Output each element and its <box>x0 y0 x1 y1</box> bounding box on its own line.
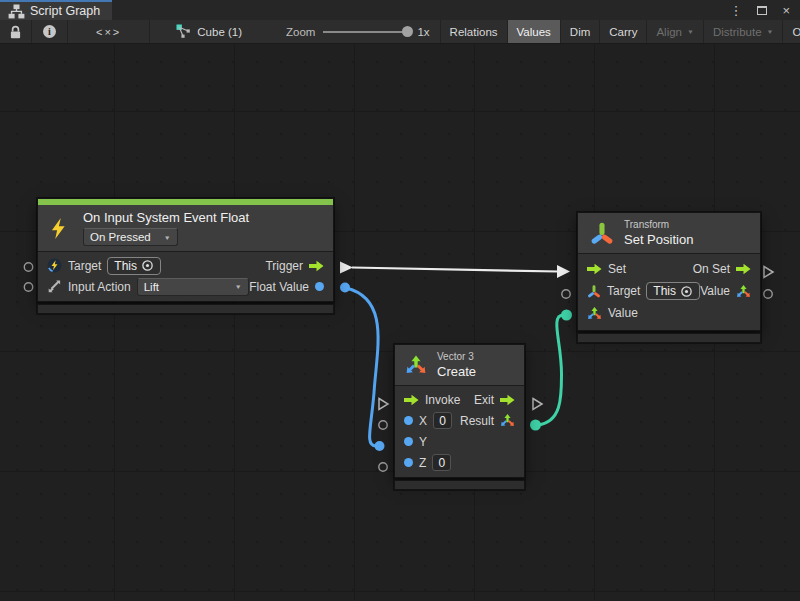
vector3-icon <box>736 284 751 299</box>
zoom-slider[interactable] <box>323 31 409 33</box>
input-action-icon <box>47 279 62 294</box>
x-port-dot[interactable] <box>404 416 413 425</box>
object-picker-icon <box>680 285 693 298</box>
setposition-row-target: Target This Value <box>578 280 760 302</box>
graph-canvas[interactable]: On Input System Event Float On Pressed ▼ <box>0 44 800 601</box>
wire-floatvalue-to-y[interactable] <box>346 288 378 446</box>
node-title: Create <box>437 364 476 379</box>
node-transform-set-position[interactable]: Transform Set Position Set On Set <box>577 212 761 343</box>
zoom-control: Zoom 1x <box>276 20 440 43</box>
maximize-icon[interactable] <box>757 6 767 15</box>
flow-arrow-icon <box>404 394 419 406</box>
distribute-dropdown[interactable]: Distribute▼ <box>704 20 784 43</box>
info-icon: i <box>43 25 56 38</box>
event-mode-dropdown[interactable]: On Pressed ▼ <box>83 228 178 246</box>
value-output-port[interactable] <box>764 290 772 298</box>
wire-arrowhead <box>557 265 570 278</box>
node-vector3-create[interactable]: Vector 3 Create Invoke Exit <box>394 344 525 490</box>
node-footer <box>577 333 761 343</box>
result-output-port[interactable] <box>530 420 541 431</box>
chevron-down-icon: ▼ <box>164 234 171 240</box>
carry-button[interactable]: Carry <box>600 20 647 43</box>
vector3-icon <box>500 413 515 428</box>
transform-icon <box>590 222 614 245</box>
close-icon[interactable]: × <box>782 4 790 17</box>
graph-target-breadcrumb[interactable]: Cube (1) <box>168 20 250 43</box>
info-button[interactable]: i <box>32 20 68 43</box>
event-row-input-action: Input Action Lift ▼ Float Value <box>38 276 333 297</box>
flow-arrow-icon <box>736 263 751 275</box>
setposition-row-set: Set On Set <box>578 258 760 280</box>
event-row-target: Target This Trigger <box>38 255 333 276</box>
tab-bar: Script Graph ⋮ × <box>0 0 800 20</box>
window-controls: ⋮ × <box>729 0 800 20</box>
event-target-port[interactable] <box>24 263 32 271</box>
lock-icon <box>8 25 23 39</box>
flow-arrow-icon <box>587 263 602 275</box>
target-this-chip[interactable]: This <box>107 257 161 275</box>
script-graph-icon <box>8 4 25 19</box>
z-input-port[interactable] <box>379 463 387 471</box>
x-input-port[interactable] <box>379 421 387 429</box>
chevron-down-icon: ▼ <box>687 29 694 35</box>
lock-button[interactable] <box>0 20 32 43</box>
angle-x-icon: <×> <box>96 26 121 38</box>
menu-icon[interactable]: ⋮ <box>729 4 742 17</box>
setposition-value-input-port[interactable] <box>561 310 572 321</box>
object-picker-icon <box>141 259 154 272</box>
z-value-field[interactable]: 0 <box>432 454 451 471</box>
setposition-target-port[interactable] <box>562 290 570 298</box>
vector3-row-invoke: Invoke Exit <box>395 389 524 410</box>
chevron-down-icon: ▼ <box>235 284 242 290</box>
tab-title: Script Graph <box>30 4 100 18</box>
y-input-port[interactable] <box>375 441 385 451</box>
exit-output-port[interactable] <box>533 399 542 410</box>
flow-arrow-icon <box>309 260 324 272</box>
wire-trigger-to-set[interactable] <box>352 268 558 272</box>
vector3-icon <box>587 306 602 321</box>
dim-button[interactable]: Dim <box>561 20 600 43</box>
setposition-row-value: Value <box>578 302 760 324</box>
zoom-to-fit-button[interactable]: <×> <box>68 20 150 43</box>
trigger-output-port[interactable] <box>340 262 353 274</box>
lightning-bolt-icon <box>49 218 67 239</box>
tab-script-graph[interactable]: Script Graph <box>0 0 112 20</box>
script-graph-window: Script Graph ⋮ × i <×> Cube (1) Zoom 1x … <box>0 0 800 601</box>
graph-toolbar: i <×> Cube (1) Zoom 1x Relations Values … <box>0 20 800 44</box>
node-title: Set Position <box>624 232 693 247</box>
zoom-slider-handle[interactable] <box>402 26 413 37</box>
graph-target-label: Cube (1) <box>197 26 242 38</box>
align-dropdown[interactable]: Align▼ <box>647 20 704 43</box>
zoom-value: 1x <box>417 26 429 38</box>
input-action-dropdown[interactable]: Lift ▼ <box>137 278 249 296</box>
target-this-chip[interactable]: This <box>646 282 700 300</box>
zoom-label: Zoom <box>286 26 315 38</box>
overview-button[interactable]: Overview <box>783 20 800 43</box>
wire-result-to-value[interactable] <box>537 315 563 425</box>
node-title: On Input System Event Float <box>83 210 249 225</box>
vector3-row-y: Y <box>395 431 524 452</box>
vector3-row-z: Z 0 <box>395 452 524 473</box>
y-port-dot[interactable] <box>404 437 413 446</box>
invoke-input-port[interactable] <box>379 399 388 410</box>
vector3-icon <box>405 354 427 376</box>
flow-arrow-icon <box>500 394 515 406</box>
z-port-dot[interactable] <box>404 458 413 467</box>
transform-icon <box>587 285 601 298</box>
chevron-down-icon: ▼ <box>767 29 774 35</box>
x-value-field[interactable]: 0 <box>433 412 452 429</box>
onset-output-port[interactable] <box>764 267 773 278</box>
graph-reference-icon <box>176 24 191 39</box>
node-footer <box>37 304 334 314</box>
node-footer <box>394 480 525 490</box>
relations-button[interactable]: Relations <box>440 20 508 43</box>
values-button[interactable]: Values <box>508 20 561 43</box>
float-port-dot[interactable] <box>315 282 324 291</box>
node-on-input-system-event-float[interactable]: On Input System Event Float On Pressed ▼ <box>37 198 334 314</box>
float-value-output-port[interactable] <box>340 283 350 293</box>
event-inputaction-port[interactable] <box>24 283 32 291</box>
input-event-icon <box>47 258 62 273</box>
vector3-row-x: X 0 Result <box>395 410 524 431</box>
